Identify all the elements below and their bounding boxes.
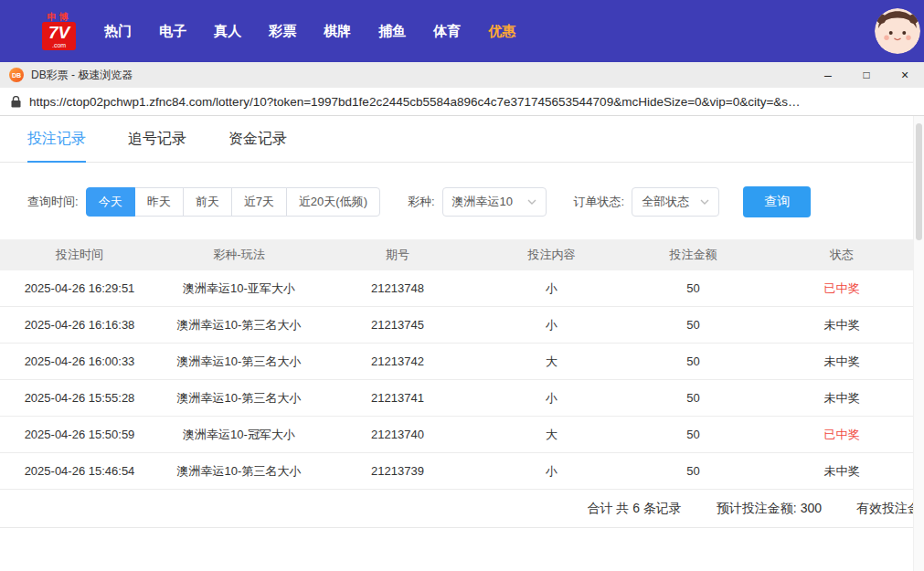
- cell-issue: 21213740: [319, 428, 476, 441]
- maximize-button[interactable]: □: [847, 62, 886, 88]
- nav-item-slots[interactable]: 电子: [145, 23, 200, 40]
- cell-game-play: 澳洲幸运10-第三名大小: [159, 390, 319, 407]
- nav-item-promotions[interactable]: 优惠: [474, 23, 529, 40]
- window-controls: – □ ×: [809, 62, 924, 88]
- table-row: 2025-04-26 15:55:28 澳洲幸运10-第三名大小 2121374…: [0, 380, 924, 417]
- site-logo-text-main: 7V: [48, 24, 69, 41]
- cell-game-play: 澳洲幸运10-第三名大小: [159, 317, 319, 333]
- cell-bet-content: 小: [476, 463, 627, 480]
- lock-icon[interactable]: [11, 96, 21, 108]
- time-filter-day-before[interactable]: 前天: [183, 187, 232, 217]
- cell-bet-amount: 50: [627, 391, 759, 405]
- site-logo[interactable]: 申博 7V .com: [42, 12, 76, 50]
- cell-status: 未中奖: [759, 354, 924, 370]
- cell-issue: 21213742: [319, 354, 476, 368]
- site-logo-text-cn: 申博: [48, 12, 71, 22]
- table-row: 2025-04-26 15:50:59 澳洲幸运10-冠军大小 21213740…: [0, 417, 924, 453]
- time-filter-group: 今天 昨天 前天 近7天 近20天(低频): [86, 187, 380, 217]
- cell-bet-time: 2025-04-26 16:29:51: [0, 281, 159, 295]
- order-status-value: 全部状态: [642, 194, 689, 210]
- cell-bet-amount: 50: [627, 464, 759, 478]
- query-button[interactable]: 查询: [743, 186, 811, 217]
- page-content: 投注记录 追号记录 资金记录 查询时间: 今天 昨天 前天 近7天 近20天(低…: [0, 116, 924, 571]
- table-row: 2025-04-26 16:29:51 澳洲幸运10-亚军大小 21213748…: [0, 270, 924, 307]
- table-header: 投注时间 彩种-玩法 期号 投注内容 投注金额 状态: [0, 239, 924, 270]
- cell-bet-amount: 50: [627, 281, 759, 295]
- cell-bet-amount: 50: [627, 354, 759, 368]
- tab-bet-records[interactable]: 投注记录: [27, 130, 86, 163]
- order-status-select[interactable]: 全部状态: [632, 187, 719, 217]
- scrollbar-thumb[interactable]: [916, 123, 922, 240]
- time-filter-last20days[interactable]: 近20天(低频): [286, 187, 380, 217]
- tab-chase-records[interactable]: 追号记录: [128, 130, 186, 162]
- time-filter-label: 查询时间:: [27, 194, 79, 210]
- scrollbar[interactable]: [913, 116, 924, 571]
- summary-expected-amount: 预计投注金额: 300: [717, 501, 822, 517]
- lottery-select[interactable]: 澳洲幸运10: [442, 187, 547, 217]
- time-filter-today[interactable]: 今天: [86, 187, 135, 217]
- cell-game-play: 澳洲幸运10-冠军大小: [159, 427, 319, 443]
- cell-bet-time: 2025-04-26 15:50:59: [0, 428, 159, 441]
- avatar-illustration: [875, 8, 920, 54]
- lottery-select-value: 澳洲幸运10: [452, 194, 513, 210]
- cell-status: 未中奖: [759, 390, 924, 407]
- cell-issue: 21213739: [319, 464, 476, 478]
- tab-fund-records[interactable]: 资金记录: [228, 130, 287, 162]
- nav-item-lottery[interactable]: 彩票: [255, 23, 310, 40]
- chevron-down-icon: [700, 199, 709, 205]
- header-issue: 期号: [319, 247, 476, 263]
- cell-status: 已中奖: [759, 427, 924, 443]
- time-filter-last7days[interactable]: 近7天: [231, 187, 287, 217]
- cell-bet-time: 2025-04-26 15:46:54: [0, 464, 159, 478]
- header-game-play: 彩种-玩法: [159, 247, 319, 263]
- cell-game-play: 澳洲幸运10-第三名大小: [159, 463, 319, 480]
- site-nav-menu: 热门 电子 真人 彩票 棋牌 捕鱼 体育 优惠: [90, 23, 529, 40]
- lottery-filter-label: 彩种:: [408, 194, 435, 210]
- chevron-down-icon: [527, 199, 536, 205]
- cell-status: 未中奖: [759, 317, 924, 333]
- cell-game-play: 澳洲幸运10-第三名大小: [159, 354, 319, 370]
- site-top-nav: 申博 7V .com 热门 电子 真人 彩票 棋牌 捕鱼 体育 优惠: [0, 0, 924, 62]
- header-bet-amount: 投注金额: [627, 247, 759, 263]
- cell-bet-content: 小: [476, 280, 627, 297]
- nav-item-fishing[interactable]: 捕鱼: [365, 23, 420, 40]
- cell-game-play: 澳洲幸运10-亚军大小: [159, 280, 319, 297]
- table-row: 2025-04-26 16:16:38 澳洲幸运10-第三名大小 2121374…: [0, 307, 924, 344]
- nav-item-live[interactable]: 真人: [200, 23, 255, 40]
- table-row: 2025-04-26 16:00:33 澳洲幸运10-第三名大小 2121374…: [0, 344, 924, 380]
- table-row: 2025-04-26 15:46:54 澳洲幸运10-第三名大小 2121373…: [0, 453, 924, 490]
- header-bet-time: 投注时间: [0, 247, 159, 263]
- header-status: 状态: [759, 247, 924, 263]
- cell-bet-content: 小: [476, 390, 627, 407]
- order-status-label: 订单状态:: [574, 194, 625, 210]
- nav-item-sports[interactable]: 体育: [420, 23, 474, 40]
- cell-bet-time: 2025-04-26 16:00:33: [0, 354, 159, 368]
- site-logo-text-com: .com: [52, 42, 66, 48]
- nav-item-hot[interactable]: 热门: [90, 23, 145, 40]
- summary-bar: 合计 共 6 条记录 预计投注金额: 300 有效投注金: [0, 490, 924, 528]
- header-bet-content: 投注内容: [476, 247, 627, 263]
- cell-bet-amount: 50: [627, 428, 759, 441]
- cell-issue: 21213741: [319, 391, 476, 405]
- cell-status: 已中奖: [759, 280, 924, 297]
- cell-issue: 21213745: [319, 318, 476, 332]
- records-table: 投注时间 彩种-玩法 期号 投注内容 投注金额 状态 2025-04-26 16…: [0, 239, 924, 490]
- cell-issue: 21213748: [319, 281, 476, 295]
- filter-bar: 查询时间: 今天 昨天 前天 近7天 近20天(低频) 彩种: 澳洲幸运10 订…: [0, 186, 924, 217]
- cell-bet-time: 2025-04-26 15:55:28: [0, 391, 159, 405]
- user-avatar[interactable]: [875, 8, 920, 54]
- cell-bet-content: 大: [476, 427, 627, 443]
- browser-app-icon: DB: [9, 68, 24, 82]
- minimize-button[interactable]: –: [809, 62, 847, 88]
- nav-item-chess[interactable]: 棋牌: [310, 23, 365, 40]
- time-filter-yesterday[interactable]: 昨天: [134, 187, 184, 217]
- close-button[interactable]: ×: [886, 62, 924, 88]
- address-bar: https://ctop02pchwp1.zfnc84.com/lottery/…: [0, 88, 924, 116]
- browser-title-bar: DB DB彩票 - 极速浏览器 – □ ×: [0, 62, 924, 88]
- cell-bet-amount: 50: [627, 318, 759, 332]
- cell-bet-content: 小: [476, 317, 627, 333]
- summary-total: 合计 共 6 条记录: [587, 501, 681, 517]
- summary-valid-amount: 有效投注金: [856, 501, 920, 517]
- url-text[interactable]: https://ctop02pchwp1.zfnc84.com/lottery/…: [29, 95, 801, 109]
- cell-bet-content: 大: [476, 354, 627, 370]
